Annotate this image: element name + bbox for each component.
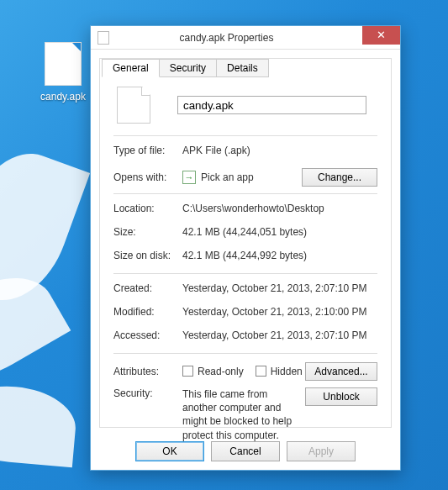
opens-with-value: Pick an app [201,171,254,183]
close-icon: ✕ [377,29,386,41]
opens-with-label: Opens with: [113,171,182,183]
checkbox-icon [182,366,193,377]
separator [113,273,377,274]
advanced-button[interactable]: Advanced... [305,362,377,381]
size-label: Size: [113,226,182,238]
dialog-body: General Security Details Type of file: A… [99,58,392,428]
size-value: 42.1 MB (44,244,051 bytes) [182,226,377,238]
wallpaper-petal [0,382,79,468]
change-button[interactable]: Change... [302,168,377,187]
file-type-icon [117,87,150,124]
hidden-label: Hidden [271,366,303,377]
security-text: This file came from another computer and… [182,387,305,442]
readonly-label: Read-only [198,366,244,377]
ok-button[interactable]: OK [135,441,204,461]
modified-label: Modified: [113,306,182,318]
tab-general[interactable]: General [102,59,160,77]
desktop-file-icon[interactable]: candy.apk [34,42,92,103]
size-on-disk-value: 42.1 MB (44,244,992 bytes) [182,250,377,261]
tab-content: Type of file: APK File (.apk) Opens with… [100,76,391,456]
location-label: Location: [113,203,182,214]
desktop-file-label: candy.apk [40,91,86,103]
size-on-disk-label: Size on disk: [113,250,182,261]
location-value: C:\Users\wonderhowto\Desktop [182,203,377,214]
separator [113,193,377,194]
security-label: Security: [113,387,182,399]
close-button[interactable]: ✕ [362,26,400,45]
type-label: Type of file: [113,145,182,156]
separator [113,135,377,136]
tab-strip: General Security Details [102,58,391,76]
separator [113,353,377,354]
modified-value: Yesterday, October 21, 2013, 2:10:00 PM [182,306,377,318]
readonly-checkbox[interactable]: Read-only [182,366,244,377]
accessed-label: Accessed: [113,329,182,341]
file-icon [45,42,82,86]
type-value: APK File (.apk) [182,145,377,156]
titlebar[interactable]: candy.apk Properties ✕ [91,26,400,50]
properties-dialog: candy.apk Properties ✕ General Security … [90,25,401,471]
hidden-checkbox[interactable]: Hidden [256,366,303,377]
checkbox-icon [256,366,266,377]
created-label: Created: [113,282,182,294]
tab-details[interactable]: Details [216,59,269,77]
created-value: Yesterday, October 21, 2013, 2:07:10 PM [182,282,377,294]
cancel-button[interactable]: Cancel [211,441,280,461]
dialog-footer: OK Cancel Apply [91,441,400,461]
filename-input[interactable] [177,96,366,114]
titlebar-file-icon [98,31,109,45]
dialog-title: candy.apk Properties [91,32,362,44]
accessed-value: Yesterday, October 21, 2013, 2:07:10 PM [182,329,377,341]
unblock-button[interactable]: Unblock [305,387,377,406]
attributes-label: Attributes: [113,366,182,377]
apply-button[interactable]: Apply [287,441,356,461]
arrow-right-icon: → [182,171,196,184]
tab-security[interactable]: Security [159,59,217,77]
